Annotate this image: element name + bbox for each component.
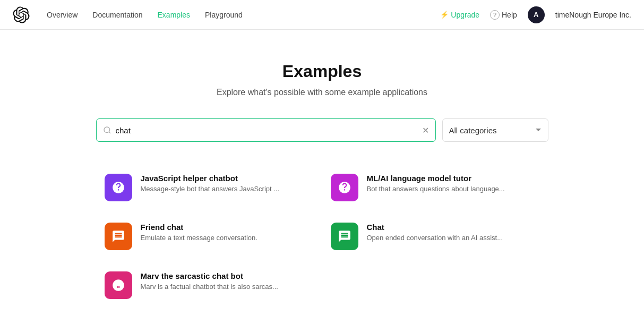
result-desc-ml-tutor: Bot that answers questions about languag… — [367, 185, 540, 193]
result-item-marv[interactable]: Marv the sarcastic chat bot Marv is a fa… — [96, 261, 322, 310]
nav-right: ⚡ Upgrade ? Help A timeNough Europe Inc. — [440, 6, 631, 23]
search-input[interactable] — [116, 126, 418, 135]
result-desc-friend-chat: Emulate a text message conversation. — [141, 234, 314, 242]
main-content: Examples Explore what's possible with so… — [83, 30, 561, 331]
result-content-marv: Marv the sarcastic chat bot Marv is a fa… — [141, 271, 314, 291]
result-icon-chat — [331, 223, 358, 250]
result-icon-marv — [105, 271, 132, 299]
result-item-js-chatbot[interactable]: JavaScript helper chatbot Message-style … — [96, 163, 322, 212]
result-content-js-chatbot: JavaScript helper chatbot Message-style … — [141, 174, 314, 193]
search-box: ✕ — [96, 118, 436, 142]
clear-search-button[interactable]: ✕ — [422, 125, 429, 135]
result-content-chat: Chat Open ended conversation with an AI … — [367, 223, 540, 242]
help-button[interactable]: ? Help — [490, 10, 517, 20]
upgrade-button[interactable]: ⚡ Upgrade — [440, 11, 479, 19]
result-title-friend-chat: Friend chat — [141, 223, 314, 232]
nav-overview[interactable]: Overview — [47, 11, 78, 19]
result-icon-friend-chat — [105, 223, 132, 250]
result-desc-js-chatbot: Message-style bot that answers JavaScrip… — [141, 185, 314, 193]
svg-line-1 — [109, 132, 110, 133]
result-icon-js-chatbot — [105, 174, 132, 201]
help-circle-icon: ? — [490, 10, 500, 20]
result-icon-ml-tutor — [331, 174, 358, 201]
result-title-chat: Chat — [367, 223, 540, 232]
nav-playground[interactable]: Playground — [205, 11, 243, 19]
nav-links: Overview Documentation Examples Playgrou… — [47, 11, 243, 19]
nav-examples[interactable]: Examples — [158, 11, 190, 19]
result-title-js-chatbot: JavaScript helper chatbot — [141, 174, 314, 183]
search-row: ✕ All categories — [96, 118, 548, 142]
result-item-friend-chat[interactable]: Friend chat Emulate a text message conve… — [96, 212, 322, 261]
nav-documentation[interactable]: Documentation — [92, 11, 142, 19]
nav-left: Overview Documentation Examples Playgrou… — [13, 6, 243, 23]
result-title-ml-tutor: ML/AI language model tutor — [367, 174, 540, 183]
search-icon — [103, 126, 111, 134]
results-grid: JavaScript helper chatbot Message-style … — [96, 163, 548, 310]
avatar[interactable]: A — [528, 6, 545, 23]
result-content-friend-chat: Friend chat Emulate a text message conve… — [141, 223, 314, 242]
page-title: Examples — [96, 62, 548, 81]
lightning-icon: ⚡ — [440, 11, 449, 19]
page-subtitle: Explore what's possible with some exampl… — [96, 88, 548, 97]
navbar: Overview Documentation Examples Playgrou… — [0, 0, 644, 30]
openai-logo — [13, 6, 30, 23]
result-desc-marv: Marv is a factual chatbot that is also s… — [141, 283, 314, 291]
result-item-ml-tutor[interactable]: ML/AI language model tutor Bot that answ… — [322, 163, 548, 212]
category-select[interactable]: All categories — [442, 118, 548, 142]
result-item-chat[interactable]: Chat Open ended conversation with an AI … — [322, 212, 548, 261]
svg-point-0 — [104, 127, 110, 133]
result-desc-chat: Open ended conversation with an AI assis… — [367, 234, 540, 242]
result-content-ml-tutor: ML/AI language model tutor Bot that answ… — [367, 174, 540, 193]
org-name: timeNough Europe Inc. — [555, 11, 631, 19]
result-title-marv: Marv the sarcastic chat bot — [141, 271, 314, 280]
